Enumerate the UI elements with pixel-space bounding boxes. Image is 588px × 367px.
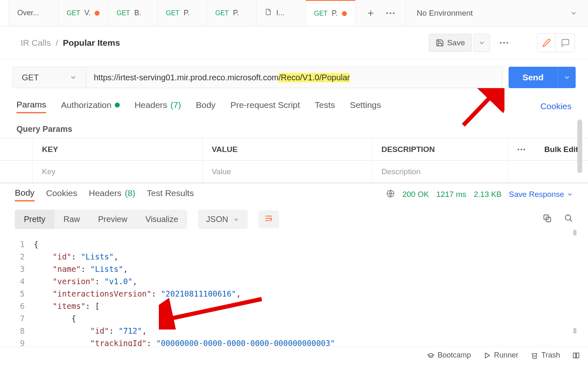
request-row: GET https://irtest-serving01.mir.prod.re…	[0, 59, 588, 96]
svg-rect-21	[576, 353, 579, 358]
checkbox-cell[interactable]	[0, 161, 33, 182]
response-body[interactable]: 1{ 2 "id": "Lists", 3 "name": "Lists", 4…	[0, 233, 588, 349]
tab-label: P.	[332, 9, 338, 18]
tab-get-p1[interactable]: GET P.	[158, 0, 207, 26]
tab-method: GET	[166, 9, 179, 17]
view-pretty[interactable]: Pretty	[15, 210, 54, 229]
code-token: "v1.0"	[105, 277, 133, 286]
tab-overview[interactable]: Over...	[9, 0, 58, 26]
code-token: "version"	[53, 277, 95, 286]
send-label: Send	[523, 72, 544, 82]
view-row: Pretty Raw Preview Visualize JSON	[0, 206, 588, 233]
breadcrumb-collection[interactable]: IR Calls	[21, 38, 51, 47]
view-visualize[interactable]: Visualize	[136, 210, 187, 229]
view-preview[interactable]: Preview	[89, 210, 136, 229]
params-header-row: KEY VALUE DESCRIPTION Bulk Edit	[0, 138, 588, 161]
environment-label: No Environment	[417, 9, 473, 18]
method-label: GET	[22, 73, 39, 82]
res-tab-testresults[interactable]: Test Results	[147, 188, 194, 201]
description-input[interactable]: Description	[372, 161, 508, 182]
tab-authorization[interactable]: Authorization	[61, 100, 120, 112]
tab-file-i[interactable]: I...	[256, 0, 306, 26]
tab-method: GET	[215, 9, 229, 17]
code-token: {	[72, 314, 76, 323]
wrap-button[interactable]	[258, 210, 279, 228]
code-token: "Lists"	[90, 264, 123, 273]
scrollbar-thumb[interactable]	[573, 328, 576, 334]
scrollbar-thumb[interactable]	[573, 230, 576, 236]
runner-button[interactable]: Runner	[483, 351, 518, 360]
rst-count: (8)	[125, 188, 135, 198]
chevron-down-icon	[70, 74, 77, 81]
method-select[interactable]: GET	[12, 67, 86, 88]
search-button[interactable]	[564, 214, 573, 225]
unsaved-dot-icon	[95, 11, 100, 16]
status-time: 1217 ms	[436, 190, 466, 199]
chevron-down-icon	[567, 191, 573, 198]
rst-label: Body	[15, 188, 35, 198]
tab-label: Authorization	[61, 100, 112, 110]
value-header: VALUE	[203, 138, 373, 160]
tab-prerequest[interactable]: Pre-request Script	[230, 100, 300, 112]
save-split-button[interactable]	[474, 34, 490, 52]
more-actions-button[interactable]	[496, 34, 512, 52]
save-button[interactable]: Save	[429, 34, 472, 52]
svg-point-17	[565, 215, 571, 220]
tab-label: Params	[16, 100, 46, 110]
tab-headers[interactable]: Headers (7)	[135, 100, 181, 112]
res-tab-cookies[interactable]: Cookies	[46, 188, 77, 201]
tab-get-v[interactable]: GET V.	[58, 0, 108, 26]
scrollbar-thumb[interactable]	[577, 119, 582, 173]
cookies-link[interactable]: Cookies	[540, 101, 572, 111]
tab-label: Headers	[135, 100, 167, 110]
query-params-title: Query Params	[0, 117, 588, 138]
tab-get-b[interactable]: GET B.	[108, 0, 158, 26]
environment-select[interactable]: No Environment	[406, 0, 588, 26]
rst-label: Headers	[89, 188, 121, 198]
bootcamp-button[interactable]: Bootcamp	[427, 351, 471, 360]
runner-label: Runner	[494, 351, 518, 360]
status-code: 200 OK	[402, 190, 429, 199]
trash-button[interactable]: Trash	[531, 351, 560, 360]
res-tab-headers[interactable]: Headers (8)	[89, 188, 135, 201]
res-tab-body[interactable]: Body	[15, 188, 35, 201]
value-input[interactable]: Value	[203, 161, 373, 182]
svg-rect-20	[573, 353, 576, 358]
tab-more-button[interactable]	[383, 6, 397, 20]
send-button[interactable]: Send	[509, 67, 558, 88]
documentation-button[interactable]	[537, 34, 555, 52]
tab-method: GET	[314, 10, 328, 17]
sidebar-stub	[0, 0, 9, 26]
svg-point-5	[500, 42, 502, 44]
send-split-button[interactable]	[558, 67, 576, 88]
tab-settings[interactable]: Settings	[350, 100, 381, 112]
chevron-down-icon	[478, 39, 486, 47]
tab-body[interactable]: Body	[196, 100, 216, 112]
response-right-icons	[543, 214, 573, 225]
view-raw[interactable]: Raw	[54, 210, 89, 229]
tab-label: Over...	[17, 9, 39, 17]
code-token: "20210811100616"	[161, 289, 236, 298]
add-tab-button[interactable]	[364, 6, 378, 20]
tab-method: GET	[116, 9, 130, 17]
format-select[interactable]: JSON	[198, 210, 248, 229]
tab-get-p-active[interactable]: GET P.	[306, 0, 356, 26]
tab-params[interactable]: Params	[16, 100, 46, 113]
svg-line-18	[570, 220, 572, 222]
copy-button[interactable]	[543, 214, 552, 225]
comments-button[interactable]	[556, 34, 574, 52]
panes-button[interactable]	[572, 352, 580, 359]
main-header: IR Calls / Popular Items Save	[0, 26, 588, 59]
tab-tests[interactable]: Tests	[315, 100, 335, 112]
key-input[interactable]: Key	[33, 161, 203, 182]
tab-bar: Over... GET V. GET B. GET P. GET P. I...…	[0, 0, 588, 26]
code-token: "interactionsVersion"	[53, 289, 151, 298]
url-highlight: /Reco/V1.0/Popular	[279, 73, 350, 82]
tab-label: Body	[196, 100, 216, 110]
more-header[interactable]	[508, 138, 535, 160]
tab-get-p2[interactable]: GET P.	[207, 0, 256, 26]
file-icon	[265, 8, 272, 18]
save-response-button[interactable]: Save Response	[509, 190, 573, 199]
svg-marker-19	[485, 353, 490, 358]
url-input[interactable]: https://irtest-serving01.mir.prod.reco.m…	[86, 67, 503, 88]
